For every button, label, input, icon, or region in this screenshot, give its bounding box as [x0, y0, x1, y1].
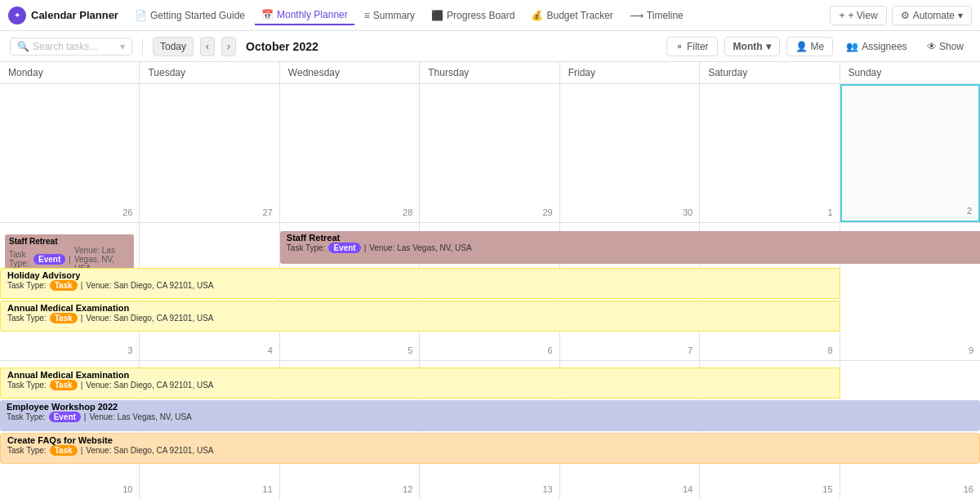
toolbar: 🔍 Search tasks... ▾ Today ‹ › October 20… — [0, 31, 980, 62]
assignees-button[interactable]: 👥 Assignees — [840, 38, 913, 56]
task-tag: Task — [50, 313, 78, 323]
row-1-cells: 26 27 28 29 30 1 2 — [0, 84, 980, 222]
header-saturday: Saturday — [700, 62, 840, 83]
staff-retreat-span[interactable]: Staff Retreat Task Type: Event | Venue: … — [280, 231, 980, 264]
filter-button[interactable]: ⚬ Filter — [666, 37, 718, 56]
automate-button[interactable]: ⚙ Automate ▾ — [892, 6, 972, 25]
prev-month-button[interactable]: ‹ — [200, 37, 215, 56]
filter-icon: ⚬ — [675, 41, 684, 52]
toolbar-right: ⚬ Filter Month ▾ 👤 Me 👥 Assignees 👁 Show — [666, 37, 970, 56]
header-tuesday: Tuesday — [140, 62, 279, 83]
calendar-icon: 📅 — [261, 9, 274, 20]
next-month-button[interactable]: › — [221, 37, 236, 56]
day-30[interactable]: 30 — [560, 84, 700, 222]
event-inner: Annual Medical Examination — [7, 303, 833, 313]
day-headers: Monday Tuesday Wednesday Thursday Friday… — [0, 62, 980, 84]
day-27[interactable]: 27 — [140, 84, 279, 222]
event-tag: Event — [328, 243, 360, 253]
dropdown-icon: ▾ — [766, 41, 771, 52]
chevron-down-icon: ▾ — [958, 10, 963, 21]
calendar-row-3: 10 11 12 13 14 15 16 Annual Medical Exam… — [0, 361, 980, 499]
create-faqs-span[interactable]: Create FAQs for Website Task Type: Task … — [0, 433, 980, 464]
user-icon: 👤 — [795, 41, 808, 52]
tab-summary[interactable]: ≡ Summary — [358, 7, 421, 25]
tab-timeline[interactable]: ⟶ Timeline — [623, 7, 690, 25]
timeline-icon: ⟶ — [630, 10, 644, 21]
month-label: October 2022 — [246, 40, 318, 53]
calendar-body: 26 27 28 29 30 1 2 Staff Retreat — [0, 84, 980, 499]
today-button[interactable]: Today — [153, 37, 194, 56]
tab-budget-tracker[interactable]: 💰 Budget Tracker — [524, 7, 619, 25]
logo-icon: ✦ — [8, 7, 26, 25]
plus-icon: + — [839, 10, 844, 21]
top-nav: ✦ Calendar Planner 📄 Getting Started Gui… — [0, 0, 980, 31]
event-meta-holiday: Task Type: Task | Venue: San Diego, CA 9… — [7, 280, 833, 291]
day-1[interactable]: 1 — [700, 84, 840, 222]
automate-icon: ⚙ — [901, 10, 910, 21]
tab-getting-started[interactable]: 📄 Getting Started Guide — [128, 7, 252, 25]
summary-icon: ≡ — [364, 10, 370, 21]
event-title: Staff Retreat — [9, 237, 130, 246]
progress-icon: ⬛ — [431, 10, 443, 21]
header-friday: Friday — [560, 62, 700, 83]
separator — [142, 38, 143, 55]
task-tag: Task — [50, 280, 78, 291]
tab-monthly-planner[interactable]: 📅 Monthly Planner — [255, 6, 354, 25]
event-tag: Event — [33, 254, 65, 265]
header-monday: Monday — [0, 62, 140, 83]
annual-medical-row3[interactable]: Annual Medical Examination Task Type: Ta… — [0, 368, 840, 399]
event-meta-medical: Task Type: Task | Venue: San Diego, CA 9… — [7, 313, 833, 323]
calendar: Monday Tuesday Wednesday Thursday Friday… — [0, 62, 980, 499]
assignees-icon: 👥 — [846, 41, 858, 52]
tab-progress-board[interactable]: ⬛ Progress Board — [425, 7, 521, 25]
me-button[interactable]: 👤 Me — [786, 37, 834, 56]
event-meta-span: Task Type: Event | Venue: Las Vegas, NV,… — [287, 243, 973, 253]
day-29[interactable]: 29 — [420, 84, 559, 222]
budget-icon: 💰 — [531, 10, 543, 21]
day-2[interactable]: 2 — [840, 84, 980, 222]
holiday-advisory-span[interactable]: Holiday Advisory Task Type: Task | Venue… — [0, 268, 840, 299]
app-logo: ✦ Calendar Planner — [8, 7, 118, 25]
show-icon: 👁 — [927, 41, 937, 52]
event-inner: Holiday Advisory — [7, 270, 833, 280]
search-box[interactable]: 🔍 Search tasks... ▾ — [10, 38, 132, 56]
annual-medical-span[interactable]: Annual Medical Examination Task Type: Ta… — [0, 301, 840, 332]
month-view-button[interactable]: Month ▾ — [724, 37, 780, 56]
search-chevron-icon: ▾ — [120, 41, 125, 52]
app-title: Calendar Planner — [31, 9, 118, 21]
day-28[interactable]: 28 — [280, 84, 420, 222]
calendar-row-2: Staff Retreat Task Type: Event | Venue: … — [0, 223, 980, 362]
employee-workshop-span[interactable]: Employee Workshop 2022 Task Type: Event … — [0, 400, 980, 431]
view-button[interactable]: + + View — [830, 6, 886, 25]
header-thursday: Thursday — [420, 62, 559, 83]
header-wednesday: Wednesday — [280, 62, 420, 83]
search-icon: 🔍 — [17, 41, 29, 52]
day-26[interactable]: 26 — [0, 84, 140, 222]
show-button[interactable]: 👁 Show — [920, 38, 970, 56]
event-inner: Staff Retreat — [287, 233, 973, 243]
doc-icon: 📄 — [135, 10, 147, 21]
rows-container: 26 27 28 29 30 1 2 Staff Retreat — [0, 84, 980, 499]
header-sunday: Sunday — [840, 62, 980, 83]
nav-right: + + View ⚙ Automate ▾ — [830, 6, 972, 25]
calendar-row-1: 26 27 28 29 30 1 2 — [0, 84, 980, 223]
